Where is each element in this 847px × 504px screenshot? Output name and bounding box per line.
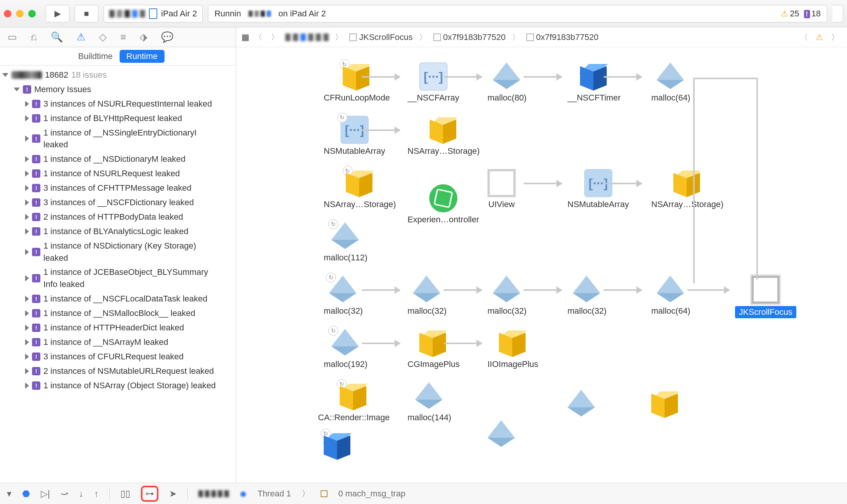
zoom-icon[interactable]	[28, 10, 36, 18]
disclosure-icon[interactable]	[25, 383, 29, 389]
memory-graph-canvas[interactable]: ↻ CFRunLoopMode [···] __NSCFArray malloc…	[236, 47, 847, 483]
graph-node[interactable]: malloc(144)	[408, 382, 451, 423]
disclosure-icon[interactable]	[25, 214, 29, 220]
leak-row[interactable]: !1 instance of __NSCFLocalDataTask leake…	[2, 292, 234, 306]
disclosure-icon[interactable]	[25, 115, 29, 121]
location-icon[interactable]: ➤	[169, 488, 177, 499]
graph-node[interactable]: NSArray…Storage)	[408, 116, 480, 156]
leak-row[interactable]: !1 instance of NSDictionary (Key Storage…	[2, 239, 234, 265]
disclosure-icon[interactable]	[2, 73, 8, 77]
debug-navigator-icon[interactable]: ≡	[120, 31, 126, 43]
runtime-tab[interactable]: Runtime	[120, 50, 165, 63]
disclosure-icon[interactable]	[25, 185, 29, 191]
graph-node[interactable]: malloc(64)	[651, 62, 690, 103]
disclosure-icon[interactable]	[25, 228, 29, 234]
jump-bar-crumb[interactable]: 0x7f9183b77520	[526, 32, 599, 42]
graph-node[interactable]	[487, 420, 516, 448]
leak-row[interactable]: !1 instance of BLYAnalyticsLogic leaked	[2, 224, 234, 239]
disclosure-icon[interactable]	[25, 136, 29, 142]
run-button[interactable]: ▶	[46, 5, 69, 22]
graph-node[interactable]: __NSCFTimer	[567, 62, 621, 103]
leak-row[interactable]: !2 instances of NSMutableURLRequest leak…	[2, 364, 234, 378]
graph-node[interactable]: ↻	[324, 432, 352, 460]
disclosure-icon[interactable]	[25, 249, 29, 255]
disclosure-icon[interactable]	[25, 199, 29, 206]
leak-row[interactable]: !1 instance of NSArray (Object Storage) …	[2, 378, 234, 393]
close-icon[interactable]	[4, 10, 11, 18]
step-into-icon[interactable]: ↓	[79, 488, 83, 499]
next-issue-icon[interactable]: 〉	[829, 32, 842, 43]
graph-node[interactable]: ↻ malloc(32)	[324, 276, 363, 316]
graph-node[interactable]: CGImagePlus	[408, 329, 460, 369]
leak-row[interactable]: !1 instance of __NSMallocBlock__ leaked	[2, 306, 234, 321]
error-count[interactable]: !18	[804, 9, 821, 19]
disclosure-icon[interactable]	[25, 310, 29, 316]
disclosure-icon[interactable]	[25, 325, 29, 331]
disclosure-icon[interactable]	[25, 339, 29, 345]
disclosure-icon[interactable]	[25, 275, 29, 281]
graph-node[interactable]	[567, 390, 596, 418]
leak-row[interactable]: !2 instances of HTTPBodyData leaked	[2, 210, 234, 224]
hide-debug-area-icon[interactable]: ▾	[7, 488, 11, 499]
related-items-icon[interactable]: ▦	[241, 32, 248, 42]
disclosure-icon[interactable]	[25, 171, 29, 177]
project-navigator-icon[interactable]: ▭	[8, 31, 17, 43]
graph-node[interactable]: ↻ malloc(192)	[324, 329, 368, 369]
memory-issues-group[interactable]: ! Memory Issues	[2, 82, 234, 97]
disclosure-icon[interactable]	[25, 296, 29, 302]
leak-row[interactable]: !3 instances of CFHTTPMessage leaked	[2, 181, 234, 195]
activity-status-bar[interactable]: Runnin on iPad Air 2 25 !18	[208, 5, 827, 22]
stop-button[interactable]: ■	[75, 5, 98, 22]
thread-label[interactable]: Thread 1	[257, 489, 291, 499]
leak-row[interactable]: !1 instance of HTTPHeaderDict leaked	[2, 321, 234, 335]
leak-row[interactable]: !1 instance of BLYHttpRequest leaked	[2, 111, 234, 126]
graph-node[interactable]: malloc(80)	[487, 62, 527, 103]
graph-node[interactable]	[651, 390, 679, 418]
scheme-selector[interactable]: iPad Air 2	[104, 5, 203, 22]
issue-warning-icon[interactable]: ⚠	[816, 32, 823, 42]
graph-node[interactable]: NSArray…Storage)	[651, 169, 724, 209]
graph-node[interactable]: ↻ NSArray…Storage)	[324, 169, 396, 209]
disclosure-icon[interactable]	[14, 88, 20, 91]
graph-node[interactable]: [···] __NSCFArray	[408, 62, 459, 103]
leak-row[interactable]: !3 instances of __NSCFDictionary leaked	[2, 195, 234, 210]
graph-node[interactable]: malloc(32)	[408, 276, 447, 316]
back-icon[interactable]: 〈	[252, 32, 265, 43]
source-control-navigator-icon[interactable]: ⎌	[31, 31, 37, 43]
issue-navigator-icon[interactable]: ⚠	[77, 31, 85, 43]
jump-bar-crumb[interactable]: JKScrollFocus	[349, 32, 413, 42]
graph-node-selected[interactable]: JKScrollFocus	[735, 276, 796, 318]
view-debug-icon[interactable]: ▯▯	[120, 488, 130, 499]
graph-node[interactable]: malloc(32)	[487, 276, 527, 316]
jump-bar-crumb[interactable]: 0x7f9183b77520	[433, 32, 506, 42]
find-navigator-icon[interactable]: 🔍	[51, 31, 63, 43]
disclosure-icon[interactable]	[25, 156, 29, 162]
prev-issue-icon[interactable]: 〈	[797, 32, 810, 43]
forward-icon[interactable]: 〉	[268, 32, 281, 43]
process-row[interactable]: 18682 18 issues	[2, 68, 234, 82]
graph-node[interactable]: Experien…ontroller	[408, 184, 479, 225]
graph-node[interactable]: ↻ CA::Render::Image	[318, 382, 390, 423]
graph-node[interactable]: ↻ malloc(112)	[324, 222, 368, 263]
step-out-icon[interactable]: ↑	[94, 488, 99, 499]
disclosure-icon[interactable]	[25, 101, 29, 107]
leak-row[interactable]: !1 instance of __NSArrayM leaked	[2, 335, 234, 349]
test-navigator-icon[interactable]: ◇	[99, 31, 107, 43]
graph-node[interactable]: ↻[···] NSMutableArray	[324, 116, 385, 156]
leak-row[interactable]: !1 instance of __NSSingleEntryDictionary…	[2, 126, 234, 152]
disclosure-icon[interactable]	[25, 354, 29, 360]
leak-row[interactable]: !1 instance of NSURLRequest leaked	[2, 166, 234, 181]
breakpoint-navigator-icon[interactable]: ⬗	[140, 31, 147, 43]
graph-node[interactable]: ↻ CFRunLoopMode	[324, 62, 390, 103]
leak-row[interactable]: !3 instances of CFURLRequest leaked	[2, 349, 234, 364]
minimize-icon[interactable]	[16, 10, 24, 18]
leak-row[interactable]: !3 instances of NSURLRequestInternal lea…	[2, 97, 234, 111]
graph-node[interactable]: [···] NSMutableArray	[567, 169, 629, 209]
step-over-icon[interactable]: ⤻	[61, 488, 68, 499]
leak-row[interactable]: !1 instance of JCEBaseObject_BLYSummary …	[2, 265, 234, 292]
disclosure-icon[interactable]	[25, 368, 29, 374]
breakpoints-toggle-icon[interactable]: ⬣	[22, 488, 30, 499]
graph-node[interactable]: UIView	[487, 169, 516, 209]
graph-node[interactable]: IIOImagePlus	[487, 329, 538, 369]
buildtime-tab[interactable]: Buildtime	[71, 50, 119, 63]
